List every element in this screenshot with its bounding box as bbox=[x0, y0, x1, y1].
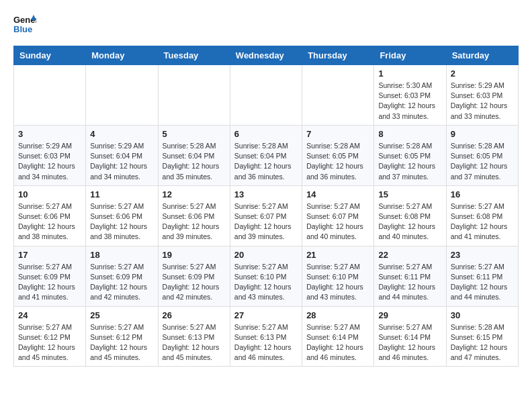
day-number: 15 bbox=[378, 189, 441, 199]
day-number: 4 bbox=[90, 129, 153, 139]
page-header: General Blue bbox=[13, 13, 519, 39]
day-number: 2 bbox=[451, 68, 514, 79]
calendar-cell: 9Sunrise: 5:28 AM Sunset: 6:05 PM Daylig… bbox=[446, 125, 518, 185]
calendar-cell bbox=[302, 65, 374, 126]
day-info: Sunrise: 5:27 AM Sunset: 6:10 PM Dayligh… bbox=[234, 262, 298, 303]
calendar-cell: 19Sunrise: 5:27 AM Sunset: 6:09 PM Dayli… bbox=[158, 246, 230, 306]
calendar-cell: 1Sunrise: 5:30 AM Sunset: 6:03 PM Daylig… bbox=[374, 65, 446, 126]
calendar-cell: 3Sunrise: 5:29 AM Sunset: 6:03 PM Daylig… bbox=[14, 125, 86, 185]
calendar-week-row: 17Sunrise: 5:27 AM Sunset: 6:09 PM Dayli… bbox=[14, 246, 519, 306]
weekday-header: Sunday bbox=[14, 46, 86, 65]
day-info: Sunrise: 5:27 AM Sunset: 6:08 PM Dayligh… bbox=[451, 201, 514, 242]
calendar-cell: 2Sunrise: 5:29 AM Sunset: 6:03 PM Daylig… bbox=[446, 65, 518, 126]
calendar-cell: 6Sunrise: 5:28 AM Sunset: 6:04 PM Daylig… bbox=[230, 125, 302, 185]
calendar-cell: 25Sunrise: 5:27 AM Sunset: 6:12 PM Dayli… bbox=[86, 306, 158, 367]
calendar-cell: 16Sunrise: 5:27 AM Sunset: 6:08 PM Dayli… bbox=[446, 185, 518, 246]
day-info: Sunrise: 5:29 AM Sunset: 6:03 PM Dayligh… bbox=[18, 141, 81, 182]
day-info: Sunrise: 5:27 AM Sunset: 6:06 PM Dayligh… bbox=[163, 201, 226, 242]
calendar-cell: 23Sunrise: 5:27 AM Sunset: 6:11 PM Dayli… bbox=[446, 246, 518, 306]
day-info: Sunrise: 5:27 AM Sunset: 6:14 PM Dayligh… bbox=[306, 322, 369, 363]
calendar-cell: 13Sunrise: 5:27 AM Sunset: 6:07 PM Dayli… bbox=[230, 185, 302, 246]
day-number: 7 bbox=[306, 129, 369, 139]
day-info: Sunrise: 5:27 AM Sunset: 6:07 PM Dayligh… bbox=[306, 201, 369, 242]
calendar-cell: 21Sunrise: 5:27 AM Sunset: 6:10 PM Dayli… bbox=[302, 246, 374, 306]
day-number: 8 bbox=[378, 129, 441, 139]
calendar-cell: 27Sunrise: 5:27 AM Sunset: 6:13 PM Dayli… bbox=[230, 306, 302, 367]
day-info: Sunrise: 5:28 AM Sunset: 6:04 PM Dayligh… bbox=[163, 141, 226, 182]
day-number: 13 bbox=[234, 189, 298, 199]
day-info: Sunrise: 5:28 AM Sunset: 6:05 PM Dayligh… bbox=[451, 141, 514, 182]
day-info: Sunrise: 5:27 AM Sunset: 6:09 PM Dayligh… bbox=[90, 262, 153, 303]
day-info: Sunrise: 5:27 AM Sunset: 6:06 PM Dayligh… bbox=[18, 201, 81, 242]
calendar-cell: 18Sunrise: 5:27 AM Sunset: 6:09 PM Dayli… bbox=[86, 246, 158, 306]
day-info: Sunrise: 5:27 AM Sunset: 6:09 PM Dayligh… bbox=[18, 262, 81, 303]
calendar-cell: 30Sunrise: 5:28 AM Sunset: 6:15 PM Dayli… bbox=[446, 306, 518, 367]
calendar-cell: 26Sunrise: 5:27 AM Sunset: 6:13 PM Dayli… bbox=[158, 306, 230, 367]
weekday-header: Monday bbox=[86, 46, 158, 65]
day-number: 21 bbox=[306, 250, 369, 260]
calendar-week-row: 10Sunrise: 5:27 AM Sunset: 6:06 PM Dayli… bbox=[14, 185, 519, 246]
day-number: 29 bbox=[378, 310, 441, 320]
day-info: Sunrise: 5:27 AM Sunset: 6:11 PM Dayligh… bbox=[378, 262, 441, 303]
calendar-week-row: 1Sunrise: 5:30 AM Sunset: 6:03 PM Daylig… bbox=[14, 65, 519, 126]
day-info: Sunrise: 5:27 AM Sunset: 6:12 PM Dayligh… bbox=[18, 322, 81, 363]
weekday-header: Friday bbox=[374, 46, 446, 65]
day-info: Sunrise: 5:27 AM Sunset: 6:13 PM Dayligh… bbox=[163, 322, 226, 363]
day-number: 22 bbox=[378, 250, 441, 260]
day-number: 5 bbox=[163, 129, 226, 139]
calendar-cell bbox=[230, 65, 302, 126]
day-info: Sunrise: 5:28 AM Sunset: 6:05 PM Dayligh… bbox=[378, 141, 441, 182]
logo: General Blue bbox=[13, 13, 36, 39]
calendar-header-row: SundayMondayTuesdayWednesdayThursdayFrid… bbox=[14, 46, 519, 65]
day-number: 12 bbox=[163, 189, 226, 199]
calendar-cell: 10Sunrise: 5:27 AM Sunset: 6:06 PM Dayli… bbox=[14, 185, 86, 246]
calendar-cell: 24Sunrise: 5:27 AM Sunset: 6:12 PM Dayli… bbox=[14, 306, 86, 367]
weekday-header: Saturday bbox=[446, 46, 518, 65]
day-number: 19 bbox=[163, 250, 226, 260]
calendar-cell: 5Sunrise: 5:28 AM Sunset: 6:04 PM Daylig… bbox=[158, 125, 230, 185]
day-info: Sunrise: 5:28 AM Sunset: 6:15 PM Dayligh… bbox=[451, 322, 514, 363]
calendar-cell: 4Sunrise: 5:29 AM Sunset: 6:04 PM Daylig… bbox=[86, 125, 158, 185]
calendar-table: SundayMondayTuesdayWednesdayThursdayFrid… bbox=[13, 46, 519, 367]
weekday-header: Thursday bbox=[302, 46, 374, 65]
calendar-cell: 8Sunrise: 5:28 AM Sunset: 6:05 PM Daylig… bbox=[374, 125, 446, 185]
day-number: 1 bbox=[378, 68, 441, 79]
day-info: Sunrise: 5:30 AM Sunset: 6:03 PM Dayligh… bbox=[378, 81, 441, 122]
calendar-cell: 20Sunrise: 5:27 AM Sunset: 6:10 PM Dayli… bbox=[230, 246, 302, 306]
day-info: Sunrise: 5:27 AM Sunset: 6:12 PM Dayligh… bbox=[90, 322, 153, 363]
day-number: 11 bbox=[90, 189, 153, 199]
weekday-header: Tuesday bbox=[158, 46, 230, 65]
day-number: 30 bbox=[451, 310, 514, 320]
day-number: 16 bbox=[451, 189, 514, 199]
day-info: Sunrise: 5:27 AM Sunset: 6:14 PM Dayligh… bbox=[378, 322, 441, 363]
day-number: 28 bbox=[306, 310, 369, 320]
calendar-cell bbox=[158, 65, 230, 126]
calendar-cell: 7Sunrise: 5:28 AM Sunset: 6:05 PM Daylig… bbox=[302, 125, 374, 185]
calendar-cell: 12Sunrise: 5:27 AM Sunset: 6:06 PM Dayli… bbox=[158, 185, 230, 246]
calendar-cell bbox=[86, 65, 158, 126]
day-number: 6 bbox=[234, 129, 298, 139]
day-number: 26 bbox=[163, 310, 226, 320]
calendar-week-row: 24Sunrise: 5:27 AM Sunset: 6:12 PM Dayli… bbox=[14, 306, 519, 367]
calendar-cell: 11Sunrise: 5:27 AM Sunset: 6:06 PM Dayli… bbox=[86, 185, 158, 246]
day-number: 20 bbox=[234, 250, 298, 260]
day-info: Sunrise: 5:27 AM Sunset: 6:09 PM Dayligh… bbox=[163, 262, 226, 303]
day-info: Sunrise: 5:29 AM Sunset: 6:03 PM Dayligh… bbox=[451, 81, 514, 122]
day-info: Sunrise: 5:27 AM Sunset: 6:10 PM Dayligh… bbox=[306, 262, 369, 303]
calendar-cell bbox=[14, 65, 86, 126]
calendar-cell: 17Sunrise: 5:27 AM Sunset: 6:09 PM Dayli… bbox=[14, 246, 86, 306]
day-info: Sunrise: 5:27 AM Sunset: 6:08 PM Dayligh… bbox=[378, 201, 441, 242]
day-number: 9 bbox=[451, 129, 514, 139]
day-info: Sunrise: 5:28 AM Sunset: 6:04 PM Dayligh… bbox=[234, 141, 298, 182]
day-number: 27 bbox=[234, 310, 298, 320]
day-info: Sunrise: 5:28 AM Sunset: 6:05 PM Dayligh… bbox=[306, 141, 369, 182]
calendar-cell: 14Sunrise: 5:27 AM Sunset: 6:07 PM Dayli… bbox=[302, 185, 374, 246]
day-number: 3 bbox=[18, 129, 81, 139]
logo-icon: General Blue bbox=[13, 13, 36, 39]
calendar-cell: 28Sunrise: 5:27 AM Sunset: 6:14 PM Dayli… bbox=[302, 306, 374, 367]
day-info: Sunrise: 5:29 AM Sunset: 6:04 PM Dayligh… bbox=[90, 141, 153, 182]
day-number: 14 bbox=[306, 189, 369, 199]
day-info: Sunrise: 5:27 AM Sunset: 6:11 PM Dayligh… bbox=[451, 262, 514, 303]
day-number: 10 bbox=[18, 189, 81, 199]
day-info: Sunrise: 5:27 AM Sunset: 6:06 PM Dayligh… bbox=[90, 201, 153, 242]
